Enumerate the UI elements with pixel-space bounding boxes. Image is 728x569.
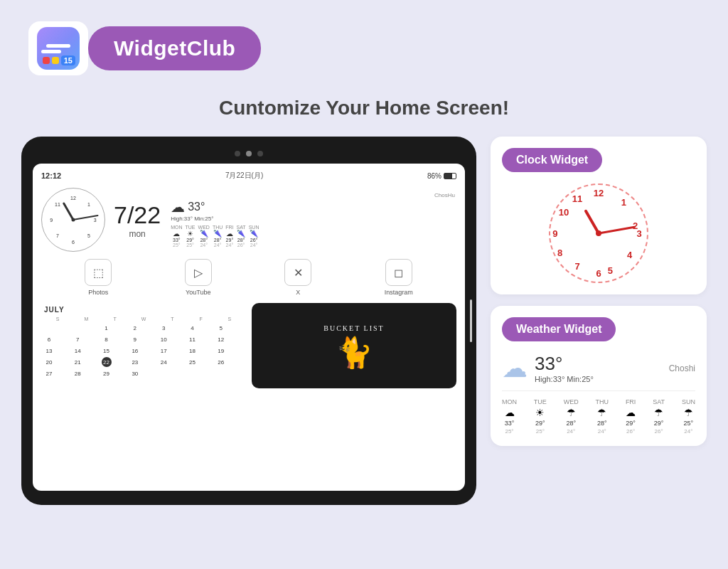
weather-day-col: WED🌂28°24° (198, 225, 210, 248)
weather-location: Choshi (669, 363, 695, 373)
calendar-day (73, 323, 82, 333)
bucket-widget: Bucket List 🐈 (252, 303, 456, 388)
calendar-day: 2 (130, 323, 140, 333)
weather-day-col: SAT☂29°26° (653, 398, 665, 435)
logo-container: 15 (28, 21, 88, 75)
app-icon-item[interactable]: ✕X (284, 259, 311, 296)
calendar-day: 26 (216, 357, 226, 367)
calendar-day: 9 (130, 334, 140, 344)
calendar-day: 25 (187, 357, 197, 367)
header: 15 WidgetClub (0, 0, 728, 90)
calendar-month: JULY (44, 306, 243, 314)
calendar-day: 23 (130, 357, 140, 367)
calendar-day: 20 (44, 357, 54, 367)
app-icon-item[interactable]: ⬚Photos (85, 259, 112, 296)
app-icon-label: X (296, 289, 300, 296)
calendar-day: 15 (102, 346, 112, 356)
tablet-clock-widget: 12 1 3 5 6 7 9 11 (41, 188, 105, 252)
app-icon-label: Photos (88, 289, 108, 296)
calendar-day: 17 (159, 346, 168, 356)
app-icons-row: ⬚Photos▷YouTube✕X◻Instagram (41, 259, 456, 296)
app-icon-label: Instagram (385, 289, 413, 296)
screen-date-kanji: 7月22日(月) (225, 171, 263, 181)
logo-icon: 15 (37, 27, 80, 70)
weather-day-col: MON☁33°25° (171, 225, 182, 248)
calendar-widget: JULY SMTWTFS 123456789101112131415161718… (41, 303, 246, 388)
weather-cloud-icon: ☁ (502, 353, 528, 383)
calendar-day: 29 (102, 368, 112, 378)
weather-temp-large: 33° (535, 353, 594, 375)
calendar-day: 6 (44, 334, 54, 344)
calendar-day: 18 (187, 346, 197, 356)
weather-day-col: THU🌂28°24° (213, 225, 223, 248)
tablet-day: mon (129, 229, 145, 239)
weather-day-col: SUN☂25°24° (682, 398, 695, 435)
calendar-day: 3 (159, 323, 168, 333)
weather-high-low: High:33° Min:25° (535, 375, 594, 383)
logo-number: 15 (61, 55, 75, 65)
calendar-grid: SMTWTFS 12345678910111213141516171819202… (44, 317, 243, 378)
app-icon-item[interactable]: ◻Instagram (385, 259, 413, 296)
weather-temp: 33° (188, 201, 205, 213)
brand-pill: WidgetClub (88, 26, 261, 70)
calendar-day: 5 (216, 323, 226, 333)
calendar-day: 24 (159, 357, 168, 367)
main-content: 12:12 7月22日(月) 86% 12 1 3 5 6 7 9 (0, 137, 728, 505)
screen-bottom: JULY SMTWTFS 123456789101112131415161718… (41, 303, 456, 388)
weather-day-col: MON☁33°25° (502, 398, 517, 435)
clock-widget-title: Clock Widget (502, 148, 602, 172)
calendar-day: 30 (130, 368, 140, 378)
clock-minute-hand (599, 225, 636, 234)
calendar-day (44, 323, 54, 333)
calendar-day: 8 (102, 334, 112, 344)
calendar-header: S (216, 317, 243, 321)
calendar-day: 14 (73, 346, 82, 356)
weather-day-col: SAT🌂28°26° (237, 225, 246, 248)
calendar-header: T (102, 317, 129, 321)
screen-time: 12:12 (41, 171, 61, 180)
app-icon-box: ◻ (385, 259, 412, 286)
clock-center-dot (72, 218, 75, 222)
app-icon-label: YouTube (186, 289, 210, 296)
tablet-weather-days: MON☁33°25°TUE☀29°25°WED🌂28°24°THU🌂28°24°… (171, 225, 455, 248)
weather-left: ☁ 33° High:33° Min:25° (502, 353, 594, 383)
calendar-day: 1 (102, 323, 112, 333)
clock-center (596, 230, 601, 236)
weather-day-col: WED☂28°24° (564, 398, 579, 435)
calendar-header: F (187, 317, 214, 321)
app-icon-box: ▷ (185, 259, 212, 286)
cloud-icon: ☁ (171, 198, 185, 216)
calendar-day: 16 (130, 346, 140, 356)
cam-dot (235, 151, 240, 156)
bucket-cats-icon: 🐈 (336, 338, 373, 368)
calendar-day: 22 (102, 357, 112, 367)
weather-day-col: TUE☀29°25° (186, 225, 196, 248)
tablet-mockup: 12:12 7月22日(月) 86% 12 1 3 5 6 7 9 (21, 137, 476, 505)
calendar-header: M (73, 317, 100, 321)
calendar-day: 10 (159, 334, 168, 344)
weather-day-col: TUE☀29°25° (534, 398, 547, 435)
calendar-header: W (130, 317, 157, 321)
calendar-day: 7 (73, 334, 82, 344)
app-icon-box: ✕ (284, 259, 311, 286)
calendar-day: 12 (216, 334, 226, 344)
scroll-hint (470, 299, 472, 342)
weather-main-row: ☁ 33° High:33° Min:25° Choshi (502, 353, 695, 383)
tablet-screen: 12:12 7月22日(月) 86% 12 1 3 5 6 7 9 (33, 164, 465, 491)
calendar-day: 19 (216, 346, 226, 356)
calendar-header: S (44, 317, 71, 321)
app-icon-box: ⬚ (85, 259, 112, 286)
calendar-day: 27 (44, 368, 54, 378)
screen-battery: 86% (427, 172, 456, 180)
calendar-day: 4 (187, 323, 197, 333)
right-panel: Clock Widget 12 1 2 3 4 5 6 7 8 9 10 11 (491, 137, 707, 446)
app-icon-item[interactable]: ▷YouTube (185, 259, 212, 296)
tablet-weather-widget: ChosHu ☁ 33° High:33° Min:25° MON☁33°25°… (169, 191, 456, 249)
page-tagline: Cuntomize Your Home Screen! (0, 97, 728, 119)
calendar-header: T (159, 317, 186, 321)
weather-day-col: THU☂28°24° (596, 398, 609, 435)
tablet-date-number: 7/22 (114, 201, 161, 229)
weather-widget-title: Weather Widget (502, 317, 616, 341)
calendar-day: 28 (73, 368, 82, 378)
weather-widget-card: Weather Widget ☁ 33° High:33° Min:25° Ch… (491, 306, 707, 446)
